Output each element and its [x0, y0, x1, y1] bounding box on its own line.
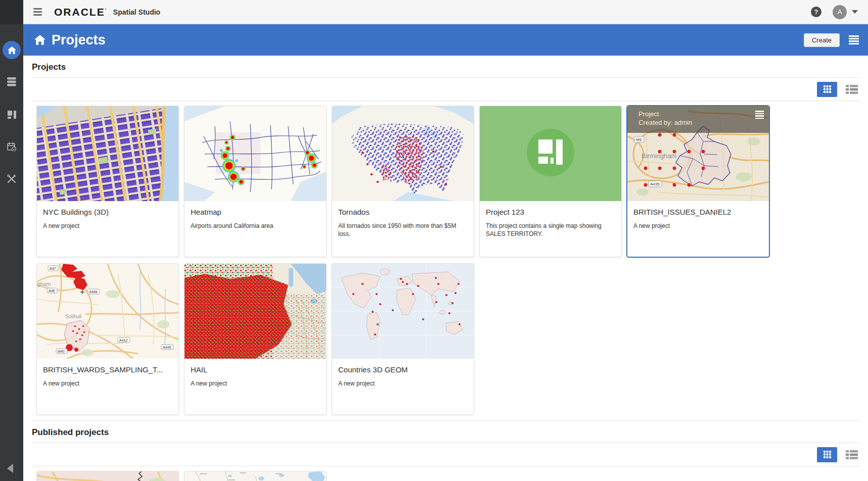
road-badge-a435: A435	[650, 182, 660, 186]
hail-thumbnail	[185, 264, 326, 359]
published-card-2[interactable]	[184, 471, 327, 481]
list-view-icon	[846, 85, 858, 94]
top-bar: ORACLE' Spatial Studio ? A	[23, 0, 868, 24]
project-card-british-issues-daniel2[interactable]: Birmingham M5 A435 Project Created by: a…	[627, 106, 769, 257]
map-label-solihull: Solihull	[65, 314, 81, 319]
overlay-type-label: Project	[638, 110, 764, 118]
project-title: BRITISH_WARDS_SAMPLING_T...	[43, 365, 172, 374]
overlay-created-by: Created by: admin	[638, 119, 764, 126]
published-list-view-button[interactable]	[843, 447, 860, 462]
card-menu-icon[interactable]	[755, 111, 764, 119]
british-issues-thumbnail: Birmingham M5 A435 Project Created by: a…	[627, 106, 769, 201]
project-description: Airports around California area	[191, 222, 320, 230]
project-description: A new project	[191, 379, 320, 388]
published-toolbar	[32, 443, 860, 466]
hamburger-menu-icon[interactable]	[33, 8, 42, 16]
oracle-logo: ORACLE'	[54, 6, 107, 18]
project-title: BRITISH_ISSUES_DANIEL2	[633, 208, 763, 216]
page-header: Projects Create	[23, 24, 868, 56]
page-title: Projects	[52, 32, 106, 48]
database-icon	[7, 77, 17, 86]
road-badge-a446: A446	[89, 290, 97, 294]
collapse-sidebar-icon[interactable]	[7, 464, 13, 473]
published-card-grid	[32, 466, 860, 481]
projects-section-heading: Projects	[32, 62, 860, 78]
sidebar-item-datasets[interactable]	[0, 70, 23, 93]
help-icon[interactable]: ?	[811, 7, 821, 17]
road-badge-m40: M40	[58, 350, 65, 353]
spatial-studio-page: ORACLE' Spatial Studio ? A Projects Crea…	[0, 0, 868, 481]
sidebar-item-projects[interactable]	[0, 103, 23, 126]
published-thumbnail-1	[37, 471, 178, 481]
road-badge-a47: A47	[50, 267, 56, 270]
road-badge-a445: A445	[163, 346, 171, 349]
list-view-icon	[846, 450, 858, 459]
grid-view-button[interactable]	[817, 82, 837, 97]
create-button[interactable]: Create	[804, 33, 840, 47]
map-label-gham: gham	[37, 281, 51, 287]
projects-toolbar	[32, 78, 860, 101]
project-title: NYC Buildings (3D)	[43, 208, 172, 216]
nyc-buildings-thumbnail	[37, 106, 178, 201]
map-label-birmingham: Birmingham	[642, 152, 676, 160]
project-title: HAIL	[191, 365, 320, 374]
card-hover-overlay: Project Created by: admin	[627, 106, 769, 133]
avatar[interactable]: A	[833, 5, 847, 19]
sidebar-item-administration[interactable]	[0, 167, 23, 190]
road-badge-m5: M5	[636, 137, 642, 142]
grid-view-icon	[824, 451, 831, 458]
project-title: Heatmap	[191, 208, 320, 216]
caret-down-icon[interactable]	[852, 10, 858, 14]
home-icon	[34, 35, 45, 45]
section-divider	[32, 420, 860, 421]
projects-icon	[8, 111, 16, 119]
project-description: All tornados since 1950 with more than $…	[338, 222, 468, 238]
published-grid-view-button[interactable]	[817, 447, 837, 462]
heatmap-thumbnail	[185, 106, 326, 201]
project-123-thumbnail	[480, 106, 621, 201]
admin-tools-icon	[7, 174, 16, 183]
sidebar-item-home[interactable]	[0, 38, 23, 62]
countries-thumbnail	[332, 264, 474, 359]
left-sidebar	[0, 0, 23, 481]
grid-view-icon	[824, 85, 831, 93]
project-card-nyc-buildings[interactable]: NYC Buildings (3D) A new project	[36, 106, 179, 257]
project-card-british-wards-sampling[interactable]: gham Solihull A47 A45 A446 A412	[36, 263, 179, 415]
project-description: This project contains a single map showi…	[486, 222, 615, 238]
sidebar-item-jobs[interactable]	[0, 135, 23, 158]
project-card-tornados[interactable]: Tornados All tornados since 1950 with mo…	[332, 106, 474, 257]
british-wards-thumbnail: gham Solihull A47 A45 A446 A412	[37, 264, 178, 359]
project-description: A new project	[43, 379, 172, 388]
published-card-1[interactable]	[36, 471, 179, 481]
project-title: Tornados	[338, 208, 468, 216]
road-badge-a412: A412	[119, 339, 127, 342]
project-title: Countries 3D GEOM	[338, 365, 468, 374]
sidebar-top-strip	[0, 0, 23, 24]
home-icon	[8, 46, 16, 54]
jobs-calendar-icon	[7, 142, 16, 151]
project-card-hail[interactable]: HAIL A new project	[184, 263, 327, 415]
published-thumbnail-2	[185, 471, 326, 481]
road-badge-a45: A45	[49, 289, 55, 293]
project-description: A new project	[633, 222, 763, 230]
home-active-indicator	[3, 41, 21, 59]
project-card-countries-3d-geom[interactable]: Countries 3D GEOM A new project	[332, 263, 474, 415]
published-section-heading: Published projects	[32, 427, 860, 443]
project-card-heatmap[interactable]: Heatmap Airports around California area	[184, 106, 327, 257]
main-content: Projects	[23, 56, 868, 481]
header-menu-icon[interactable]	[849, 35, 859, 44]
project-description: A new project	[338, 379, 468, 388]
project-description: A new project	[43, 222, 172, 230]
project-title: Project 123	[486, 208, 615, 216]
list-view-button[interactable]	[843, 82, 860, 97]
projects-card-grid: NYC Buildings (3D) A new project	[32, 101, 860, 415]
product-name: Spatial Studio	[113, 8, 160, 16]
tornados-thumbnail	[332, 106, 474, 201]
project-card-project-123[interactable]: Project 123 This project contains a sing…	[479, 106, 622, 257]
